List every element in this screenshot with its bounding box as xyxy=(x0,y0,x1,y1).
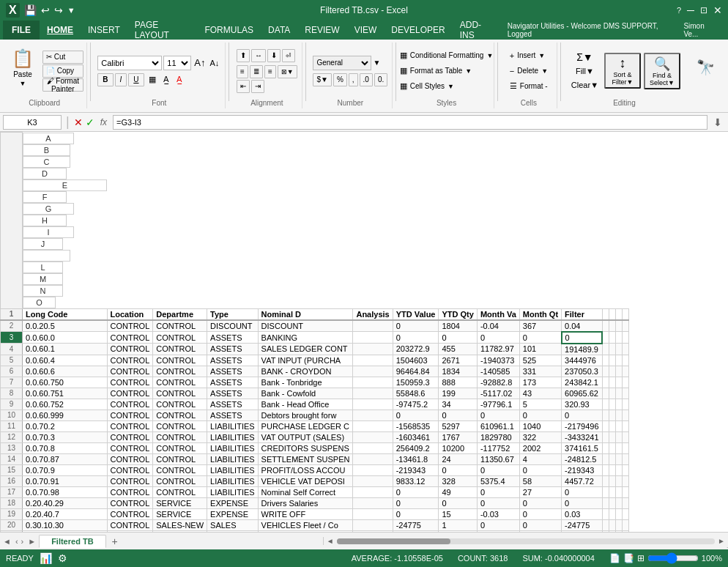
cell-D[interactable]: LIABILITIES xyxy=(207,453,259,464)
cell-L[interactable] xyxy=(602,420,609,431)
cell-A[interactable]: 0.0.70.9 xyxy=(23,464,108,475)
table-container[interactable]: A B C D E F G H I J K L M N O xyxy=(0,132,728,532)
cell-B[interactable]: CONTROL xyxy=(107,399,153,410)
cell-L[interactable] xyxy=(602,355,609,366)
cell-J[interactable]: 2002 xyxy=(519,442,561,453)
cell-B[interactable]: CONTROL xyxy=(107,530,153,532)
cell-F[interactable] xyxy=(353,320,393,332)
cell-L[interactable] xyxy=(602,399,609,410)
cell-G[interactable]: 0 xyxy=(393,410,439,420)
cell-L[interactable] xyxy=(602,388,609,399)
cell-A[interactable]: 0.20.40.7 xyxy=(23,508,108,519)
cell-L[interactable] xyxy=(602,453,609,464)
cell-O[interactable] xyxy=(623,508,629,519)
cell-K[interactable]: 60965.62 xyxy=(562,388,603,399)
decrease-font-size-button[interactable]: A↓ xyxy=(208,56,220,70)
cell-G[interactable]: -219343 xyxy=(393,464,439,475)
header-H[interactable]: YTD Qty xyxy=(439,308,477,320)
cell-K[interactable]: 3444976 xyxy=(562,355,603,366)
italic-button[interactable]: I xyxy=(115,73,127,86)
cell-N[interactable] xyxy=(616,464,623,475)
cell-O[interactable] xyxy=(623,453,629,464)
cell-A[interactable]: 0.0.60.999 xyxy=(23,410,108,420)
cell-J[interactable]: 5 xyxy=(519,399,561,410)
cell-F[interactable] xyxy=(353,332,393,344)
cell-O[interactable] xyxy=(623,332,629,344)
comma-button[interactable]: , xyxy=(349,73,358,86)
increase-font-size-button[interactable]: A↑ xyxy=(193,56,207,70)
cell-B[interactable]: CONTROL xyxy=(107,355,153,366)
cell-H[interactable]: 10200 xyxy=(439,442,477,453)
cell-M[interactable] xyxy=(609,399,616,410)
sheet-nav-left2[interactable]: ‹ xyxy=(14,537,20,546)
normal-view-icon[interactable]: 📄 xyxy=(609,553,620,563)
cell-H[interactable]: 0 xyxy=(439,332,477,344)
cell-F[interactable] xyxy=(353,377,393,388)
cell-D[interactable]: EXPENSE xyxy=(207,497,259,508)
navigator-button[interactable]: 🔭 xyxy=(691,42,721,92)
cell-K[interactable]: 0 xyxy=(562,410,603,420)
cell-A[interactable]: 0.20.40.29 xyxy=(23,497,108,508)
cell-K[interactable]: 0.03 xyxy=(562,508,603,519)
cell-E[interactable]: VEHICLE VAT DEPOSI xyxy=(258,475,353,486)
col-header-N[interactable]: N xyxy=(23,285,63,297)
cell-M[interactable] xyxy=(609,475,616,486)
cell-F[interactable] xyxy=(353,431,393,442)
cell-G[interactable]: -97475.2 xyxy=(393,399,439,410)
cell-A[interactable]: 0.30.10.35 xyxy=(23,530,108,532)
autosum-button[interactable]: Σ▼ xyxy=(573,51,596,64)
cell-D[interactable]: DISCOUNT xyxy=(207,320,259,332)
cell-K[interactable]: 374161.5 xyxy=(562,442,603,453)
cell-L[interactable] xyxy=(602,486,609,497)
cell-I[interactable]: -0.03 xyxy=(477,508,519,519)
header-O[interactable] xyxy=(623,308,629,320)
cell-N[interactable] xyxy=(616,508,623,519)
cell-B[interactable]: CONTROL xyxy=(107,453,153,464)
cell-G[interactable]: 1504603 xyxy=(393,355,439,366)
header-K[interactable]: Filter xyxy=(562,308,603,320)
cell-H[interactable]: 24 xyxy=(439,453,477,464)
font-name-select[interactable]: Calibri xyxy=(97,56,162,70)
header-D[interactable]: Type xyxy=(207,308,259,320)
cell-L[interactable] xyxy=(602,320,609,332)
cell-F[interactable] xyxy=(353,344,393,355)
cell-I[interactable]: 610961.1 xyxy=(477,420,519,431)
cell-H[interactable]: 1767 xyxy=(439,431,477,442)
cell-L[interactable] xyxy=(602,344,609,355)
cell-F[interactable] xyxy=(353,355,393,366)
fill-color-icon[interactable]: A̲ xyxy=(160,75,172,84)
cell-D[interactable]: LIABILITIES xyxy=(207,442,259,453)
cell-C[interactable]: CONTROL xyxy=(153,332,207,344)
cell-O[interactable] xyxy=(623,320,629,332)
sheet-nav-right[interactable]: ► xyxy=(25,537,39,546)
cell-C[interactable]: SERVICE xyxy=(153,497,207,508)
cell-E[interactable]: CREDITORS SUSPENS xyxy=(258,442,353,453)
cell-M[interactable] xyxy=(609,497,616,508)
align-left-button[interactable]: ≡ xyxy=(237,65,248,78)
cell-I[interactable]: -1940373 xyxy=(477,355,519,366)
cell-G[interactable]: 150959.3 xyxy=(393,377,439,388)
decrease-decimal-button[interactable]: .0 xyxy=(360,73,373,86)
cell-D[interactable]: LIABILITIES xyxy=(207,420,259,431)
cell-F[interactable] xyxy=(353,399,393,410)
cell-B[interactable]: CONTROL xyxy=(107,475,153,486)
format-painter-button[interactable]: 🖌 Format Painter xyxy=(42,78,83,92)
cell-G[interactable]: 0 xyxy=(393,486,439,497)
cell-J[interactable]: 0 xyxy=(519,530,561,532)
cell-I[interactable]: 0 xyxy=(477,530,519,532)
cell-C[interactable]: CONTROL xyxy=(153,453,207,464)
cell-D[interactable]: ASSETS xyxy=(207,332,259,344)
cell-styles-button[interactable]: ▦ Cell Styles ▼ xyxy=(395,79,498,94)
clear-button[interactable]: Clear▼ xyxy=(568,78,601,92)
cell-O[interactable] xyxy=(623,475,629,486)
cell-K[interactable]: 0 xyxy=(562,486,603,497)
cell-O[interactable] xyxy=(623,442,629,453)
zoom-slider[interactable] xyxy=(647,555,699,561)
col-header-H[interactable]: H xyxy=(23,215,67,226)
cell-I[interactable]: 0 xyxy=(477,486,519,497)
cell-M[interactable] xyxy=(609,486,616,497)
cell-H[interactable]: 1 xyxy=(439,519,477,530)
cell-N[interactable] xyxy=(616,431,623,442)
formula-expand-button[interactable]: ⬇ xyxy=(710,116,725,128)
cell-M[interactable] xyxy=(609,508,616,519)
